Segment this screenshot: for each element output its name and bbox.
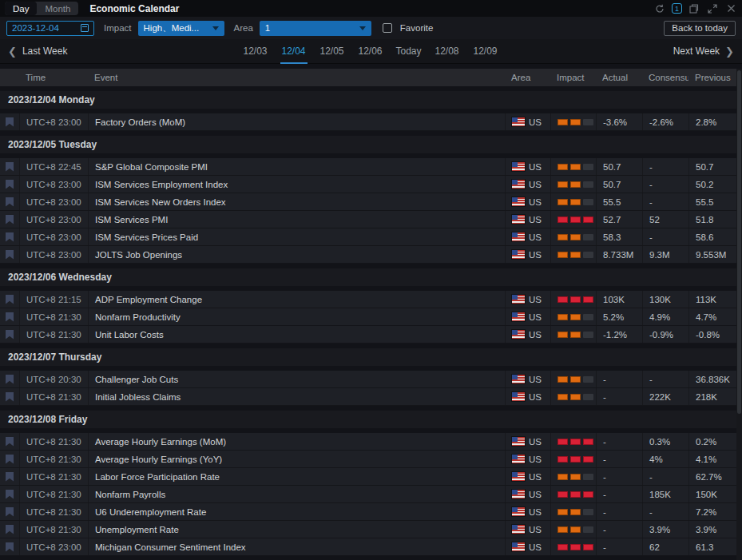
refresh-icon[interactable] <box>653 2 666 15</box>
event-previous: -0.8% <box>688 326 736 343</box>
event-row[interactable]: UTC+8 21:30Unit Labor CostsUS-1.2%-0.9%-… <box>0 326 736 344</box>
bookmark-icon[interactable] <box>6 507 14 517</box>
event-name: Michigan Consumer Sentiment Index <box>88 538 505 555</box>
day-section: 2023/12/07 ThursdayUTC+8 20:30Challenger… <box>0 348 736 406</box>
event-row[interactable]: UTC+8 23:00ISM Services New Orders Index… <box>0 193 736 211</box>
event-previous: 50.2 <box>688 176 736 193</box>
bookmark-icon[interactable] <box>6 455 14 464</box>
bookmark-icon[interactable] <box>6 180 14 189</box>
restore-window-icon[interactable] <box>688 2 700 15</box>
event-row[interactable]: UTC+8 23:00ISM Services Employment Index… <box>0 176 736 193</box>
event-row[interactable]: UTC+8 23:00ISM Services PMIUS52.75251.8 <box>0 211 736 228</box>
event-name: Average Hourly Earnings (MoM) <box>88 433 505 450</box>
last-week-button[interactable]: ❮ Last Week <box>8 46 67 58</box>
bookmark-icon[interactable] <box>6 232 14 242</box>
event-consensus: 222K <box>642 388 688 405</box>
event-row[interactable]: UTC+8 22:45S&P Global Composite PMIUS50.… <box>0 158 736 176</box>
week-day-12-05[interactable]: 12/05 <box>313 39 351 64</box>
event-name: ISM Services Prices Paid <box>88 228 505 245</box>
bookmark-icon[interactable] <box>6 490 14 499</box>
event-previous: 55.5 <box>688 193 736 210</box>
us-flag-icon <box>512 162 525 171</box>
week-day-today[interactable]: Today <box>390 39 428 64</box>
close-icon[interactable] <box>724 2 737 15</box>
event-consensus: - <box>642 468 688 485</box>
back-to-today-button[interactable]: Back to today <box>664 21 736 36</box>
area-label: US <box>529 542 542 552</box>
favorite-checkbox[interactable] <box>383 23 392 33</box>
event-row[interactable]: UTC+8 21:30Initial Jobless ClaimsUS-222K… <box>0 388 736 406</box>
event-row[interactable]: UTC+8 21:30Unemployment RateUS-3.9%3.9% <box>0 521 736 538</box>
event-actual: - <box>596 371 642 387</box>
impact-cell <box>550 211 596 228</box>
bookmark-icon[interactable] <box>6 312 14 322</box>
event-row[interactable]: UTC+8 23:00JOLTS Job OpeningsUS8.733M9.3… <box>0 246 736 264</box>
event-consensus: - <box>642 228 688 245</box>
bookmark-icon[interactable] <box>6 215 14 224</box>
event-consensus: 185K <box>642 486 688 502</box>
bookmark-cell <box>0 538 19 555</box>
scrollbar-thumb[interactable] <box>737 70 741 414</box>
bookmark-icon[interactable] <box>6 197 14 207</box>
impact-medium-indicator <box>557 509 593 515</box>
impact-bar <box>583 164 593 170</box>
event-area: US <box>505 451 550 467</box>
event-row[interactable]: UTC+8 21:30Average Hourly Earnings (MoM)… <box>0 433 736 451</box>
event-time: UTC+8 21:30 <box>19 388 88 405</box>
event-row[interactable]: UTC+8 21:30Labor Force Participation Rat… <box>0 468 736 486</box>
impact-medium-indicator <box>557 474 593 480</box>
bookmark-icon[interactable] <box>6 437 14 447</box>
bookmark-icon[interactable] <box>6 525 14 534</box>
impact-bar <box>557 314 568 320</box>
area-label: US <box>529 507 542 517</box>
event-time: UTC+8 21:30 <box>19 486 88 502</box>
impact-bar <box>583 509 593 515</box>
impact-cell <box>550 371 596 387</box>
event-row[interactable]: UTC+8 20:30Challenger Job CutsUS--36.836… <box>0 371 736 388</box>
impact-bar <box>583 199 593 205</box>
column-consensus: Consensus <box>642 73 688 82</box>
event-row[interactable]: UTC+8 21:30Average Hourly Earnings (YoY)… <box>0 451 736 468</box>
day-section: 2023/12/04 MondayUTC+8 23:00Factory Orde… <box>0 91 736 131</box>
bookmark-icon[interactable] <box>6 375 14 384</box>
event-row[interactable]: UTC+8 23:00Michigan Consumer Sentiment I… <box>0 538 736 556</box>
event-row[interactable]: UTC+8 21:30U6 Underemployment RateUS--7.… <box>0 503 736 521</box>
event-row[interactable]: UTC+8 21:15ADP Employment ChangeUS103K13… <box>0 291 736 308</box>
week-day-12-09[interactable]: 12/09 <box>466 39 505 64</box>
tab-count-badge[interactable]: 1 <box>672 3 682 14</box>
vertical-scrollbar[interactable] <box>736 69 742 560</box>
event-row[interactable]: UTC+8 21:30Nonfarm PayrollsUS-185K150K <box>0 486 736 503</box>
tab-day[interactable]: Day <box>5 2 37 15</box>
tab-month[interactable]: Month <box>37 2 78 15</box>
bookmark-icon[interactable] <box>6 392 14 402</box>
impact-bar <box>557 376 568 383</box>
column-actual: Actual <box>596 73 642 82</box>
bookmark-icon[interactable] <box>6 542 14 552</box>
impact-cell <box>550 326 596 343</box>
impact-bar <box>570 491 581 498</box>
event-row[interactable]: UTC+8 21:30Nonfarm ProductivityUS5.2%4.9… <box>0 308 736 326</box>
bookmark-icon[interactable] <box>6 162 14 172</box>
event-consensus: 9.3M <box>642 246 688 263</box>
event-consensus: 4.9% <box>642 308 688 325</box>
date-picker-input[interactable]: 2023-12-04 <box>6 21 94 36</box>
bookmark-icon[interactable] <box>6 295 14 304</box>
bookmark-icon[interactable] <box>6 330 14 340</box>
area-dropdown[interactable]: 1 <box>260 21 371 36</box>
week-day-12-08[interactable]: 12/08 <box>428 39 466 64</box>
bookmark-icon[interactable] <box>6 472 14 482</box>
date-value: 2023-12-04 <box>12 23 59 33</box>
next-week-button[interactable]: Next Week ❯ <box>673 46 734 58</box>
bookmark-icon[interactable] <box>6 250 14 260</box>
impact-dropdown[interactable]: High、Medi... <box>138 21 224 36</box>
event-consensus: 3.9% <box>642 521 688 538</box>
week-day-12-03[interactable]: 12/03 <box>236 39 275 64</box>
week-day-12-06[interactable]: 12/06 <box>351 39 390 64</box>
event-row[interactable]: UTC+8 23:00Factory Orders (MoM)US-3.6%-2… <box>0 113 736 131</box>
bookmark-icon[interactable] <box>6 117 14 127</box>
event-row[interactable]: UTC+8 23:00ISM Services Prices PaidUS58.… <box>0 228 736 246</box>
week-day-12-04[interactable]: 12/04 <box>275 39 313 64</box>
event-actual: - <box>596 468 642 485</box>
event-time: UTC+8 23:00 <box>19 538 88 555</box>
expand-icon[interactable] <box>706 2 719 15</box>
